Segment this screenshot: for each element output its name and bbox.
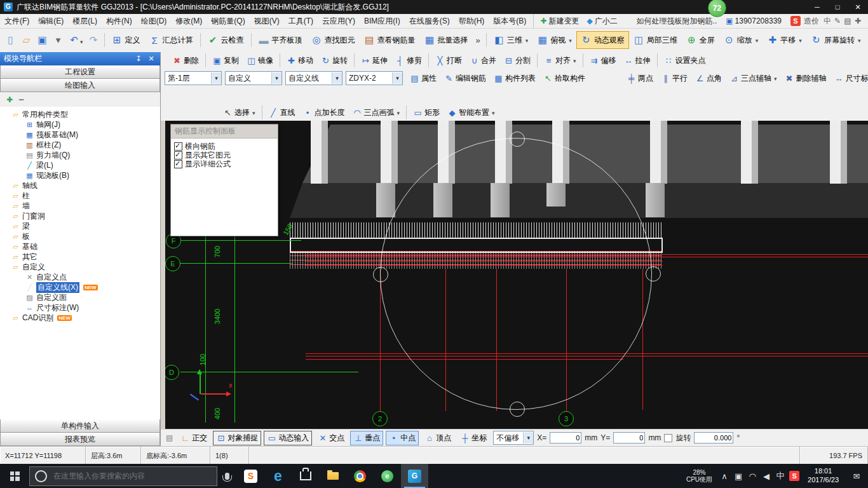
sidebar-section-button[interactable]: 工程设置	[0, 65, 160, 79]
action-center-icon[interactable]: ✉	[845, 471, 868, 481]
quick-button-undo[interactable]: ↶	[66, 32, 86, 48]
ime-icon-toolbox[interactable]: ✚	[853, 17, 863, 25]
draw-tool-button[interactable]: ↖ 选择	[219, 105, 259, 120]
pin-icon[interactable]: ↧	[133, 55, 144, 63]
edit-tool-button[interactable]: ∷ 设置夹点	[660, 53, 710, 68]
edit-tool-button[interactable]: ▣ 复制	[208, 53, 243, 68]
element-tool-button[interactable]: ↖ 拾取构件	[539, 71, 589, 86]
tree-item[interactable]: ▱ 自定义	[0, 262, 160, 272]
tree-tool-collapse-all[interactable]: ━	[19, 95, 24, 104]
menu-item[interactable]: 修改(M)	[171, 15, 207, 28]
maximize-button[interactable]: □	[827, 0, 848, 14]
tree-item[interactable]: ▱ 柱	[0, 191, 160, 201]
menu-item[interactable]: 绘图(D)	[137, 15, 172, 28]
menu-item[interactable]: 工具(T)	[284, 15, 318, 28]
toolbar-overflow-chevron[interactable]: »	[473, 36, 484, 45]
menu-item[interactable]: 云应用(Y)	[318, 15, 360, 28]
menu-item[interactable]: 编辑(E)	[34, 15, 68, 28]
element-tool-button[interactable]: ▤ 属性	[406, 71, 440, 86]
snap-toggle-button[interactable]: ∟ 正交	[177, 431, 210, 445]
drawing-canvas[interactable]: x F E D 2 3	[161, 121, 868, 430]
menu-extra-button[interactable]: ◆ 广小二	[583, 16, 621, 27]
snap-toggle-button[interactable]: ⊡ 对象捕捉	[213, 431, 261, 445]
edit-tool-button[interactable]: ◫ 镜像	[243, 53, 277, 68]
menu-item[interactable]: 楼层(L)	[68, 15, 102, 28]
view-button[interactable]: ↻ 动态观察	[576, 31, 629, 49]
x-offset-input[interactable]	[550, 432, 581, 444]
menu-item[interactable]: 版本号(B)	[489, 15, 531, 28]
aux-axis-button[interactable]: ╪ 两点	[623, 71, 657, 86]
view-button[interactable]: ▦ 俯视	[532, 31, 576, 49]
tree-item[interactable]: ▱ 板	[0, 231, 160, 241]
quick-button-save-options[interactable]: ▾	[50, 32, 66, 48]
edit-tool-button[interactable]: ↻ 旋转	[317, 53, 351, 68]
view-button[interactable]: ◧ 三维	[489, 31, 533, 49]
orbit-handle[interactable]	[510, 402, 525, 417]
rebar-panel-title[interactable]: 钢筋显示控制面板	[171, 125, 278, 139]
tree-tool-expand-all[interactable]: ✚	[6, 95, 13, 104]
ime-icon-keyboard[interactable]: ▤	[843, 17, 853, 25]
edit-tool-button[interactable]: ↦ 延伸	[357, 53, 391, 68]
tree-item[interactable]: ▱ 基础	[0, 241, 160, 252]
ime-icon-pen[interactable]: ✎	[832, 17, 843, 25]
taskbar-search[interactable]	[29, 466, 217, 486]
tree-item[interactable]: ╱ 自定义线(X) NEW	[0, 282, 160, 292]
start-button[interactable]	[0, 464, 29, 488]
quick-button-open[interactable]: ▱	[18, 32, 34, 48]
combo-floor-select[interactable]: 第-1层	[165, 71, 222, 85]
taskbar-app-store[interactable]	[292, 464, 319, 488]
view-button[interactable]: ⊙ 缩放	[719, 31, 763, 49]
taskbar-app-edge[interactable]: e	[264, 464, 292, 488]
tray-icon-wifi[interactable]: ◠	[745, 471, 759, 481]
menu-item[interactable]: 在线服务(S)	[405, 15, 454, 28]
toolbar-button[interactable]: ✔ 云检查	[203, 31, 248, 49]
aux-axis-button[interactable]: ∠ 点角	[691, 71, 726, 86]
toolbar-button[interactable]: ▬ 平齐板顶	[254, 32, 307, 49]
toolbar-button[interactable]: ▦ 批量选择	[420, 31, 473, 49]
combo-type-select[interactable]: 自定义线	[285, 71, 342, 85]
taskbar-app-green-browser[interactable]: e	[374, 464, 401, 488]
aux-axis-button[interactable]: ∥ 平行	[657, 71, 691, 86]
toolbar-button[interactable]: ⊞ 定义	[107, 31, 145, 49]
edit-tool-button[interactable]: ↔ 拉伸	[620, 53, 654, 68]
tree-item[interactable]: ▱ 墙	[0, 201, 160, 211]
tray-icon-network[interactable]: ▣	[731, 471, 745, 481]
tree-item[interactable]: ▱ 其它	[0, 252, 160, 262]
toolbar-button[interactable]: ◎ 查找图元	[307, 31, 360, 49]
sidebar-bottom-button[interactable]: 单构件输入	[0, 419, 160, 433]
y-offset-input[interactable]	[613, 432, 645, 444]
taskbar-clock[interactable]: 18:01 2017/6/23	[803, 467, 844, 485]
panel-option-row[interactable]: 显示详细公式	[174, 159, 275, 168]
quick-button-redo[interactable]: ↷	[86, 32, 102, 48]
edit-tool-button[interactable]: ≡ 对齐	[540, 53, 580, 68]
menu-item[interactable]: 帮助(H)	[454, 15, 489, 28]
sogou-ime-icon[interactable]: S	[790, 16, 801, 26]
toolbar-button[interactable]: Σ 汇总计算	[145, 32, 198, 49]
element-tool-button[interactable]: ✎ 编辑钢筋	[440, 71, 490, 86]
combo-category-select[interactable]: 自定义	[225, 71, 282, 85]
tray-icon-ime-lang[interactable]: 中	[773, 470, 787, 482]
tree-item[interactable]: ▱ 常用构件类型	[0, 109, 160, 119]
tree-item[interactable]: ▦ 筏板基础(M)	[0, 130, 160, 140]
taskbar-app-glodon[interactable]: G	[401, 464, 428, 488]
edit-tool-button[interactable]: ✖ 删除	[168, 53, 203, 68]
combo-element-select[interactable]: ZDYX-2	[346, 71, 403, 85]
tree-item[interactable]: ⊞ 轴网(J)	[0, 119, 160, 130]
tree-item[interactable]: ✕ 自定义点	[0, 272, 160, 282]
view-button[interactable]: ↻ 屏幕旋转	[806, 31, 865, 49]
draw-tool-button[interactable]: ◆ 智能布置	[444, 105, 499, 120]
snap-toggle-button[interactable]: ▭ 动态输入	[264, 431, 312, 445]
edit-tool-button[interactable]: ∪ 合并	[466, 53, 500, 68]
panel-close-icon[interactable]: ✕	[146, 55, 156, 63]
tree-item[interactable]: ▤ 剪力墙(Q)	[0, 150, 160, 160]
taskbar-app-sogou[interactable]: S	[237, 464, 264, 488]
tray-icon-volume[interactable]: ◀	[759, 471, 773, 481]
menu-item[interactable]: 钢筋量(Q)	[207, 15, 249, 28]
tree-item[interactable]: ▥ 框柱(Z)	[0, 140, 160, 150]
rotate-input[interactable]	[694, 432, 733, 444]
offset-select[interactable]: 不偏移	[493, 431, 534, 445]
tree-item[interactable]: ▱ CAD识别 NEW	[0, 313, 160, 323]
menu-item[interactable]: 视图(V)	[250, 15, 284, 28]
element-tool-button[interactable]: ▦ 构件列表	[490, 71, 539, 86]
aux-axis-button[interactable]: ✖ 删除辅轴	[781, 71, 831, 86]
